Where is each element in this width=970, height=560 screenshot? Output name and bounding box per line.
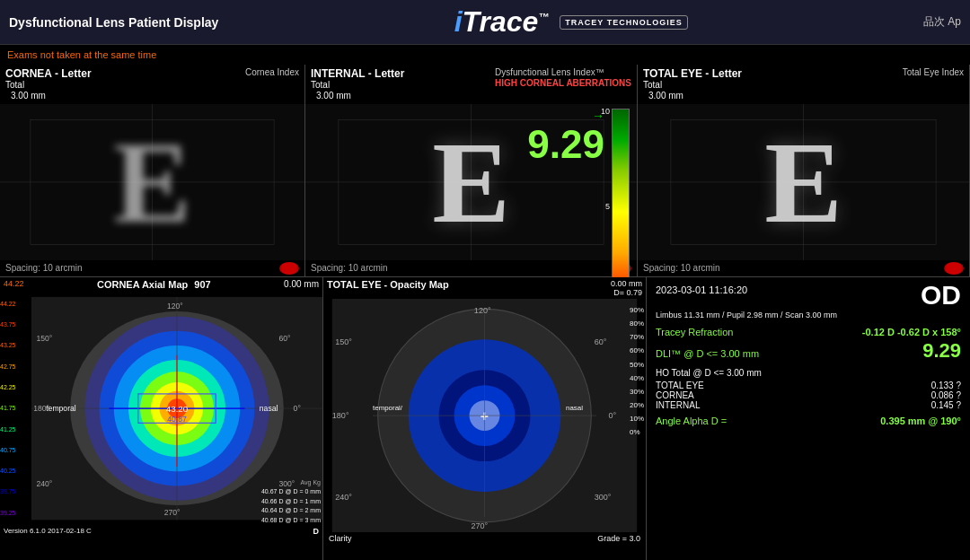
svg-text:nasal: nasal: [566, 404, 583, 412]
scale-50: 50%: [630, 358, 644, 372]
total-eye-left-header: TOTAL EYE - Letter Total 3.00 mm: [643, 67, 742, 101]
cornea-title: CORNEA - Letter: [5, 67, 92, 80]
cornea-letter-display: E: [0, 104, 304, 260]
svg-text:180°: 180°: [332, 411, 349, 420]
svg-text:150°: 150°: [335, 337, 352, 346]
internal-row: INTERNAL 0.145 ?: [656, 400, 961, 410]
total-eye-row: TOTAL EYE 0.133 ?: [656, 381, 961, 390]
grade-value: 3.0: [629, 534, 640, 543]
internal-spacing-text: Spacing: 10 arcmin: [311, 263, 388, 273]
cornea-map-distance: 0.00 mm: [284, 279, 319, 290]
bar-max-label: 10: [601, 107, 610, 116]
cornea-panel-header: CORNEA - Letter Total 3.00 mm Cornea Ind…: [0, 65, 304, 104]
cornea-value: 0.086 ?: [931, 390, 961, 400]
svg-text:240°: 240°: [335, 493, 352, 502]
scale-30: 30%: [630, 385, 644, 398]
internal-title: INTERNAL - Letter: [311, 67, 404, 80]
total-eye-spacing-text: Spacing: 10 arcmin: [643, 263, 720, 273]
opacity-distances: 0.00 mm D= 0.79: [611, 279, 642, 297]
total-eye-label: TOTAL EYE: [656, 381, 704, 390]
svg-text:120°: 120°: [167, 302, 183, 311]
cornea-letter-panel: CORNEA - Letter Total 3.00 mm Cornea Ind…: [0, 65, 305, 276]
patient-datetime: 2023-03-01 11:16:20: [656, 284, 747, 295]
opacity-d-value: D= 0.79: [611, 288, 642, 297]
angle-alpha-row: Angle Alpha D = 0.395 mm @ 190°: [656, 416, 961, 426]
internal-index: Dysfunctional Lens Index™: [495, 67, 631, 77]
logo-i: i: [454, 5, 463, 38]
cornea-total: Total: [5, 80, 92, 90]
internal-size: 3.00 mm: [311, 90, 404, 101]
cornea-map-title: CORNEA Axial Map 907: [97, 279, 211, 290]
scale-0: 0%: [630, 425, 644, 439]
logo-tm: ™: [538, 11, 549, 23]
total-eye-letter-display: E: [638, 104, 969, 260]
scale-4325: 43.25: [0, 342, 31, 348]
svg-text:43.20: 43.20: [166, 404, 189, 414]
opacity-map-body: + 120° 60° 0° 300° 270° 240° 180° 150°: [323, 299, 646, 532]
total-eye-spacing: Spacing: 10 arcmin: [638, 260, 969, 276]
header-right-text: 品次 Ap: [923, 14, 961, 30]
logo-trace: Trace: [463, 5, 539, 38]
scale-90: 90%: [630, 303, 644, 317]
warning-text: Exams not taken at the same time: [7, 49, 156, 60]
opacity-map-panel: TOTAL EYE - Opacity Map 0.00 mm D= 0.79: [323, 277, 647, 560]
internal-total: Total: [311, 80, 404, 90]
bottom-row: 44.22 CORNEA Axial Map 907 0.00 mm 44.22…: [0, 277, 970, 560]
patient-eye: OD: [921, 280, 961, 311]
total-eye-title: TOTAL EYE - Letter: [643, 67, 742, 80]
svg-text:270°: 270°: [471, 521, 488, 529]
bar-mid-label: 5: [605, 202, 610, 211]
internal-value: 0.145 ?: [931, 400, 961, 410]
scale-3975: 39.75: [0, 488, 31, 494]
scale-20: 20%: [630, 398, 644, 412]
avg-line-1: 40.66 D @ D = 1 mm: [261, 497, 321, 507]
scale-3925: 39.25: [0, 510, 31, 516]
ho-total-label: HO Total @ D <= 3.00 mm: [656, 368, 961, 378]
total-eye-size: 3.00 mm: [643, 90, 742, 101]
tracey-logo-box: TRACEY TECHNOLOGIES: [560, 15, 687, 30]
cornea-map-svg-container: 120° 60° 0° 300° 270° 240° 180° 150°: [31, 292, 322, 525]
internal-letter-display: E → 9.29 10 5 0: [305, 104, 637, 260]
scale-4275: 42.75: [0, 363, 31, 370]
svg-text:0°: 0°: [294, 404, 301, 413]
patient-header: 2023-03-01 11:16:20 OD: [656, 284, 961, 311]
opacity-map-svg-container: + 120° 60° 0° 300° 270° 240° 180° 150°: [323, 299, 646, 532]
high-corneal-alert: HIGH CORNEAL ABERRATIONS: [495, 77, 631, 89]
internal-letter-e: E: [432, 115, 510, 249]
clarity-label: Clarity: [329, 534, 352, 543]
cornea-left-header: CORNEA - Letter Total 3.00 mm: [5, 67, 92, 101]
total-eye-total: Total: [643, 80, 742, 90]
total-eye-panel-header: TOTAL EYE - Letter Total 3.00 mm Total E…: [638, 65, 969, 104]
cornea-index: Cornea Index: [245, 67, 299, 77]
opacity-svg: + 120° 60° 0° 300° 270° 240° 180° 150°: [323, 299, 646, 532]
svg-text:60°: 60°: [278, 333, 290, 342]
cornea-label: CORNEA: [656, 390, 694, 400]
scale-4175: 41.75: [0, 405, 31, 411]
opacity-d-label: D=: [613, 288, 624, 297]
svg-text:240°: 240°: [36, 478, 52, 487]
svg-text:300°: 300°: [595, 493, 612, 502]
cornea-spacing: Spacing: 10 arcmin: [0, 260, 304, 276]
cornea-size: 3.00 mm: [5, 90, 92, 101]
total-eye-letter-panel: TOTAL EYE - Letter Total 3.00 mm Total E…: [638, 65, 970, 276]
avg-line-3: 40.68 D @ D = 3 mm: [261, 516, 321, 526]
svg-text:nasal: nasal: [260, 404, 278, 413]
cornea-map-id: 907: [194, 279, 210, 290]
subheader-warning: Exams not taken at the same time: [0, 45, 970, 65]
internal-letter-panel: INTERNAL - Letter Total 3.00 mm Dysfunct…: [305, 65, 638, 276]
angle-alpha-label: Angle Alpha D =: [656, 416, 727, 426]
top-row: CORNEA - Letter Total 3.00 mm Cornea Ind…: [0, 65, 970, 277]
scale-4075: 40.75: [0, 447, 31, 453]
cornea-map-title-text: CORNEA Axial Map: [97, 279, 188, 290]
cornea-bottom-d: D: [313, 527, 320, 536]
svg-text:temporal: temporal: [46, 404, 76, 413]
opacity-scale-labels: 90% 80% 70% 60% 50% 40% 30% 20% 10% 0%: [630, 303, 644, 440]
scale-4225: 42.25: [0, 384, 31, 390]
scale-4025: 40.25: [0, 468, 31, 474]
logo-text: iTrace™: [454, 5, 550, 39]
cornea-spacing-text: Spacing: 10 arcmin: [5, 263, 83, 273]
total-eye-index: Total Eye Index: [903, 67, 964, 77]
scale-4125: 41.25: [0, 426, 31, 433]
svg-text:40.87: 40.87: [167, 415, 187, 424]
cornea-map-footer: Version 6.1.0 2017-02-18 C D: [0, 525, 322, 538]
